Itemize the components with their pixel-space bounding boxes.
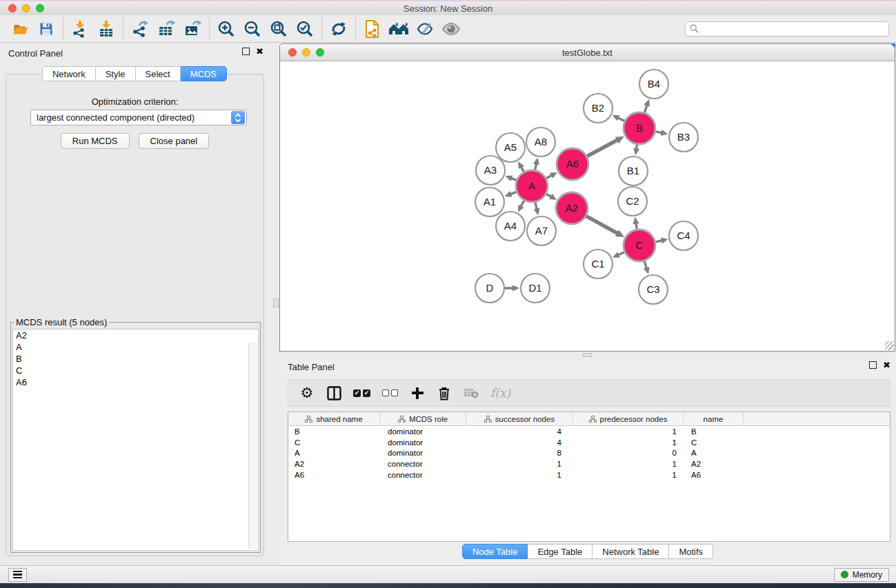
save-session-button[interactable] xyxy=(33,17,59,41)
close-table-panel-icon[interactable]: ✖ xyxy=(883,361,890,369)
column-label: shared name xyxy=(316,415,362,423)
refresh-layout-button[interactable] xyxy=(326,17,352,41)
column-header-name[interactable]: name xyxy=(684,412,744,425)
tab-select[interactable]: Select xyxy=(136,66,181,81)
network-view-window: testGlobe.txt B4B2BB3B1A5A8A6A3AA1C2A2A4… xyxy=(279,43,895,352)
save-icon xyxy=(38,21,54,37)
export-network-button[interactable] xyxy=(127,17,153,41)
edge-A2-C[interactable] xyxy=(586,216,618,234)
open-folder-icon xyxy=(11,21,30,37)
column-header-MCDS-role[interactable]: MCDS role xyxy=(380,412,466,425)
new-network-from-selection-button[interactable] xyxy=(359,17,386,41)
table-row[interactable]: Adominator80A xyxy=(288,448,890,459)
tab-network[interactable]: Network xyxy=(42,66,96,81)
table-row[interactable]: Bdominator41B xyxy=(288,426,890,437)
result-item[interactable]: C xyxy=(13,365,258,376)
network-canvas[interactable]: B4B2BB3B1A5A8A6A3AA1C2A2A4A7C4CC1C3DD1 xyxy=(280,61,895,351)
node-label-A3: A3 xyxy=(484,164,497,176)
result-item[interactable]: A2 xyxy=(13,330,258,341)
tab-edge-table[interactable]: Edge Table xyxy=(528,544,593,559)
table-settings-button[interactable]: ⚙ xyxy=(299,385,315,401)
table-panel-header: Table Panel ✖ xyxy=(279,357,896,376)
resize-grip[interactable] xyxy=(885,341,894,350)
vertical-splitter-handle[interactable] xyxy=(273,298,279,307)
task-history-button[interactable] xyxy=(8,568,27,582)
export-table-button[interactable] xyxy=(153,17,179,41)
result-item[interactable]: B xyxy=(13,353,258,365)
close-panel-button[interactable]: Close panel xyxy=(139,133,210,149)
table-row[interactable]: Cdominator41C xyxy=(288,437,890,448)
column-header-filler xyxy=(744,412,890,425)
control-panel-header: Control Panel ✖ xyxy=(0,43,269,63)
import-network-button[interactable] xyxy=(67,17,93,41)
show-columns-button[interactable] xyxy=(326,385,341,401)
create-column-button[interactable] xyxy=(410,385,425,401)
run-mcds-button[interactable]: Run MCDS xyxy=(61,133,130,149)
arrowhead-icon xyxy=(512,285,519,291)
delete-column-button[interactable] xyxy=(437,385,452,401)
node-label-A5: A5 xyxy=(504,141,517,153)
open-session-button[interactable] xyxy=(7,17,33,41)
toggle-graphics-details-button[interactable] xyxy=(412,17,438,41)
zoom-selected-button[interactable] xyxy=(292,17,318,41)
zoom-out-button[interactable] xyxy=(239,17,266,41)
result-item[interactable]: A xyxy=(13,341,258,353)
network-window-titlebar: testGlobe.txt xyxy=(280,44,895,61)
export-table-icon xyxy=(157,20,176,38)
tab-motifs[interactable]: Motifs xyxy=(669,544,713,559)
column-header-successor-nodes[interactable]: successor nodes xyxy=(466,412,573,425)
float-panel-icon[interactable] xyxy=(242,48,250,55)
function-builder-button[interactable]: f(x) xyxy=(490,385,510,401)
import-table-button[interactable] xyxy=(93,17,119,41)
unselect-all-columns-button[interactable] xyxy=(382,385,398,401)
tab-mcds[interactable]: MCDS xyxy=(181,66,227,81)
node-label-C: C xyxy=(636,239,644,251)
node-label-C3: C3 xyxy=(646,283,659,295)
memory-button[interactable]: Memory xyxy=(834,568,889,582)
close-panel-icon[interactable]: ✖ xyxy=(256,48,263,55)
edge-B-B4[interactable] xyxy=(644,104,647,113)
edge-A6-B[interactable] xyxy=(586,140,618,157)
birds-eye-view-button[interactable] xyxy=(386,17,412,41)
result-item[interactable]: A6 xyxy=(13,376,258,388)
control-panel-tabs: NetworkStyleSelectMCDS xyxy=(0,66,269,81)
zoom-in-button[interactable] xyxy=(213,17,239,41)
table-row[interactable]: A2connector11A2 xyxy=(288,458,890,469)
window-titlebar: Session: New Session xyxy=(0,0,896,15)
table-cell: C xyxy=(684,438,744,447)
zoom-selected-icon xyxy=(295,19,315,39)
zoom-out-icon xyxy=(243,19,262,39)
criterion-dropdown-value: largest connected component (directed) xyxy=(31,112,231,123)
table-row[interactable]: A6connector11A6 xyxy=(288,469,890,480)
eye-icon xyxy=(441,21,461,37)
arrowhead-icon xyxy=(644,99,650,107)
toolbar-search-field[interactable] xyxy=(685,21,889,37)
tab-network-table[interactable]: Network Table xyxy=(593,544,669,559)
criterion-dropdown[interactable]: largest connected component (directed) xyxy=(30,110,247,125)
column-header-predecessor-nodes[interactable]: predecessor nodes xyxy=(573,412,684,425)
zoom-fit-button[interactable] xyxy=(266,17,292,41)
mcds-result-title: MCDS result (5 nodes) xyxy=(14,317,109,327)
float-table-panel-icon[interactable] xyxy=(869,361,877,369)
network-graph[interactable]: B4B2BB3B1A5A8A6A3AA1C2A2A4A7C4CC1C3DD1 xyxy=(280,61,895,351)
optimization-criterion-label: Optimization criterion: xyxy=(6,97,263,107)
column-label: predecessor nodes xyxy=(600,415,668,423)
tab-style[interactable]: Style xyxy=(96,66,136,81)
tab-node-table[interactable]: Node Table xyxy=(462,544,528,559)
node-label-B3: B3 xyxy=(677,131,690,143)
node-table-body: Bdominator41BCdominator41CAdominator80AA… xyxy=(288,426,890,480)
main-toolbar xyxy=(0,15,896,43)
node-table[interactable]: shared nameMCDS rolesuccessor nodesprede… xyxy=(288,412,890,542)
export-image-button[interactable] xyxy=(179,17,206,41)
delete-table-button[interactable] xyxy=(464,385,479,401)
select-all-columns-button[interactable]: ✔ ✔ xyxy=(353,385,370,401)
column-header-shared-name[interactable]: shared name xyxy=(288,412,380,425)
attribute-tree-icon xyxy=(305,416,312,423)
arrowhead-icon xyxy=(505,176,512,182)
show-hide-eye-button[interactable] xyxy=(438,17,464,41)
search-input[interactable] xyxy=(702,24,884,34)
arrowhead-icon xyxy=(533,158,539,165)
result-scrollbar[interactable] xyxy=(248,343,257,549)
search-icon xyxy=(690,24,699,33)
mcds-result-list[interactable]: A2ABCA6 xyxy=(12,329,259,551)
